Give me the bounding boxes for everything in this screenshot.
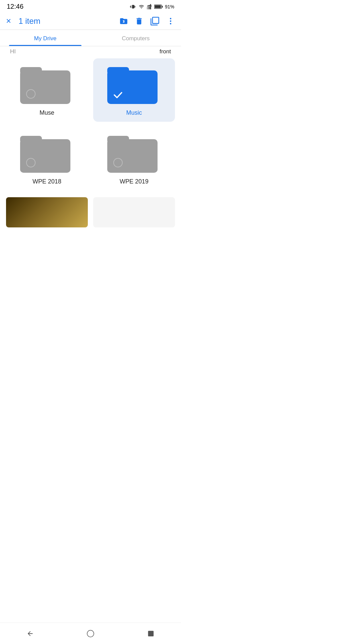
tab-computers[interactable]: Computers [90, 30, 181, 46]
select-all-icon[interactable] [150, 16, 160, 26]
action-bar: × 1 item [0, 12, 181, 30]
folder-wpe2018-label: WPE 2018 [33, 178, 61, 185]
partial-folder-label-right: front [160, 48, 171, 55]
wifi-icon [138, 4, 145, 9]
svg-point-8 [170, 20, 171, 21]
svg-rect-13 [107, 67, 129, 74]
partial-bottom-row [0, 195, 181, 230]
svg-rect-14 [20, 139, 70, 173]
svg-rect-2 [149, 5, 150, 9]
svg-rect-11 [20, 67, 42, 74]
folder-wpe2018[interactable]: WPE 2018 [6, 127, 88, 191]
status-time: 12:46 [7, 3, 23, 10]
svg-point-7 [170, 18, 171, 19]
folder-muse-label: Muse [40, 109, 54, 116]
folder-muse-icon [20, 64, 74, 105]
svg-rect-10 [20, 70, 70, 104]
folder-grid: Muse Music WPE 2018 [0, 56, 181, 193]
delete-icon[interactable] [135, 17, 143, 25]
status-bar: 12:46 91% [0, 0, 181, 12]
svg-rect-16 [107, 139, 158, 173]
svg-point-9 [170, 23, 171, 24]
svg-rect-17 [107, 136, 129, 143]
battery-percentage: 91% [165, 4, 174, 9]
action-icons [119, 16, 175, 26]
folder-muse[interactable]: Muse [6, 58, 88, 122]
partial-thumb-left[interactable] [6, 197, 88, 227]
move-icon[interactable] [119, 17, 128, 25]
folder-music[interactable]: Music [93, 58, 175, 122]
close-button[interactable]: × [6, 16, 11, 26]
svg-rect-5 [155, 5, 161, 8]
battery-icon [154, 4, 163, 9]
folder-music-label: Music [126, 109, 142, 116]
check-icon-music [112, 89, 124, 101]
tab-my-drive[interactable]: My Drive [0, 30, 90, 46]
vibrate-icon [130, 4, 136, 10]
tabs: My Drive Computers [0, 30, 181, 46]
status-icons: 91% [130, 4, 174, 10]
svg-rect-1 [148, 6, 149, 9]
select-circle-wpe2018 [26, 158, 36, 167]
selection-count: 1 item [18, 16, 112, 26]
folder-wpe2019-icon [107, 133, 161, 173]
svg-rect-15 [20, 136, 42, 143]
signal-icon [147, 4, 152, 9]
folder-wpe2019-label: WPE 2019 [120, 178, 148, 185]
folder-wpe2019[interactable]: WPE 2019 [93, 127, 175, 191]
folder-wpe2018-icon [20, 133, 74, 173]
select-circle-muse [26, 89, 36, 99]
svg-rect-3 [150, 4, 151, 9]
svg-rect-0 [147, 7, 148, 9]
partial-folder-label-left: HI [10, 48, 16, 55]
select-circle-wpe2019 [113, 158, 123, 167]
more-icon[interactable] [166, 17, 175, 25]
svg-rect-6 [162, 6, 163, 8]
partial-thumb-right[interactable] [93, 197, 175, 227]
